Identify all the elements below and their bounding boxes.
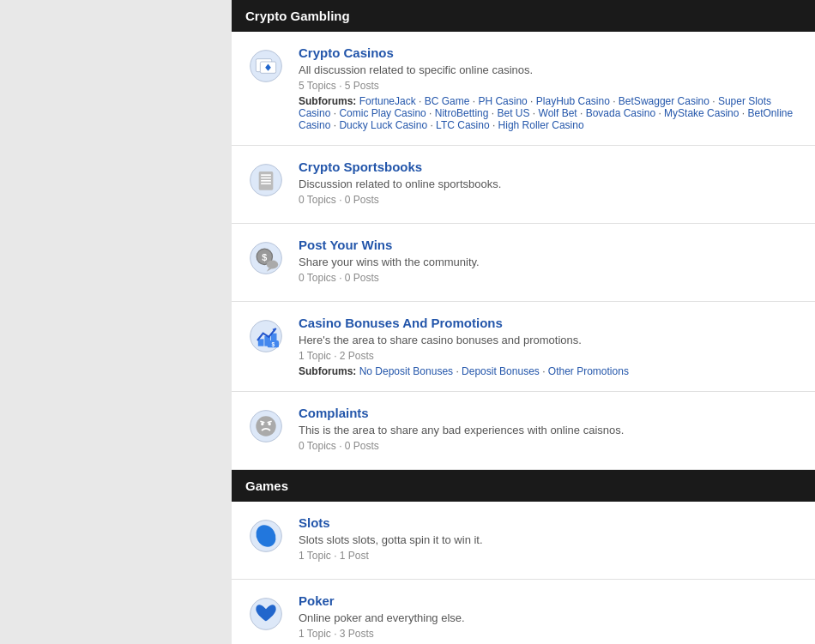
subforum-link-bc-game[interactable]: BC Game xyxy=(425,95,470,107)
forum-item-slots: SlotsSlots slots slots, gotta spin it to… xyxy=(232,502,815,580)
forum-title-casino-bonuses[interactable]: Casino Bonuses And Promotions xyxy=(299,316,801,330)
svg-rect-8 xyxy=(261,178,271,179)
section-header-crypto-gambling: Crypto Gambling xyxy=(232,0,815,32)
poker-icon xyxy=(245,593,287,635)
forum-subforums-crypto-casinos: Subforums: FortuneJack · BC Game · PH Ca… xyxy=(299,95,801,131)
subforum-link-ph-casino[interactable]: PH Casino xyxy=(478,95,527,107)
forum-desc-crypto-casinos: All discussion related to specific onlin… xyxy=(299,63,801,76)
subforum-link-nitrobetting[interactable]: NitroBetting xyxy=(435,107,489,119)
svg-text:$: $ xyxy=(271,341,275,348)
subforum-link-ducky-luck-casino[interactable]: Ducky Luck Casino xyxy=(339,119,427,131)
complaints-icon xyxy=(245,406,287,447)
forum-item-complaints: ComplaintsThis is the area to share any … xyxy=(232,392,815,470)
forum-title-slots[interactable]: Slots xyxy=(299,515,801,530)
subforum-link-playhub-casino[interactable]: PlayHub Casino xyxy=(536,95,610,107)
forum-info-post-your-wins: Post Your WinsShare your wins with the c… xyxy=(299,238,801,287)
forum-title-complaints[interactable]: Complaints xyxy=(299,406,801,420)
forum-stats-post-your-wins: 0 Topics · 0 Posts xyxy=(299,272,801,284)
forum-info-complaints: ComplaintsThis is the area to share any … xyxy=(299,406,801,455)
subforum-link-high-roller-casino[interactable]: High Roller Casino xyxy=(498,119,584,131)
forum-item-casino-bonuses: $Casino Bonuses And PromotionsHere's the… xyxy=(232,302,815,392)
slots-icon xyxy=(245,515,287,557)
page-wrapper: Crypto GamblingCrypto CasinosAll discuss… xyxy=(0,0,815,644)
forum-desc-complaints: This is the area to share any bad experi… xyxy=(299,424,801,436)
subforum-link-betswagger-casino[interactable]: BetSwagger Casino xyxy=(619,95,709,107)
forum-subforums-casino-bonuses: Subforums: No Deposit Bonuses · Deposit … xyxy=(299,365,801,377)
subforum-link-mystake-casino[interactable]: MyStake Casino xyxy=(664,107,739,119)
subforum-link-bet-us[interactable]: Bet US xyxy=(497,107,529,119)
forum-info-crypto-casinos: Crypto CasinosAll discussion related to … xyxy=(299,45,801,131)
forum-item-post-your-wins: $Post Your WinsShare your wins with the … xyxy=(232,224,815,302)
bonuses-icon: $ xyxy=(245,316,287,357)
subforum-link-no-deposit-bonuses[interactable]: No Deposit Bonuses xyxy=(359,365,453,377)
forum-stats-casino-bonuses: 1 Topic · 2 Posts xyxy=(299,350,801,362)
forum-info-crypto-sportsbooks: Crypto SportsbooksDiscussion related to … xyxy=(299,159,801,209)
forum-title-crypto-sportsbooks[interactable]: Crypto Sportsbooks xyxy=(299,159,801,174)
subforum-link-fortunejack[interactable]: FortuneJack xyxy=(359,95,416,107)
forum-stats-crypto-casinos: 5 Topics · 5 Posts xyxy=(299,80,801,92)
forum-desc-crypto-sportsbooks: Discussion related to online sportsbooks… xyxy=(299,178,801,190)
svg-point-14 xyxy=(267,261,278,269)
forum-item-poker: PokerOnline poker and everything else.1 … xyxy=(232,580,815,644)
forum-desc-casino-bonuses: Here's the area to share casino bonuses … xyxy=(299,334,801,346)
svg-rect-10 xyxy=(261,183,271,184)
subforum-link-deposit-bonuses[interactable]: Deposit Bonuses xyxy=(462,365,540,377)
svg-rect-17 xyxy=(258,339,264,346)
forum-title-post-your-wins[interactable]: Post Your Wins xyxy=(299,238,801,252)
forum-stats-slots: 1 Topic · 1 Post xyxy=(299,550,801,562)
wins-icon: $ xyxy=(245,238,287,279)
forum-stats-crypto-sportsbooks: 0 Topics · 0 Posts xyxy=(299,194,801,206)
main-content: Crypto GamblingCrypto CasinosAll discuss… xyxy=(232,0,815,644)
sportsbooks-icon xyxy=(245,159,287,201)
svg-rect-7 xyxy=(261,174,271,176)
forum-desc-post-your-wins: Share your wins with the community. xyxy=(299,256,801,268)
svg-point-24 xyxy=(256,416,275,436)
forum-stats-poker: 1 Topic · 3 Posts xyxy=(299,628,801,640)
forum-stats-complaints: 0 Topics · 0 Posts xyxy=(299,440,801,452)
forum-desc-poker: Online poker and everything else. xyxy=(299,611,801,624)
casinos-icon xyxy=(245,45,287,87)
svg-point-26 xyxy=(269,423,271,425)
forum-info-casino-bonuses: Casino Bonuses And PromotionsHere's the … xyxy=(299,316,801,377)
forum-item-crypto-sportsbooks: Crypto SportsbooksDiscussion related to … xyxy=(232,146,815,224)
forum-desc-slots: Slots slots slots, gotta spin it to win … xyxy=(299,533,801,546)
svg-rect-9 xyxy=(261,180,271,182)
forum-info-slots: SlotsSlots slots slots, gotta spin it to… xyxy=(299,515,801,565)
subforum-link-wolf-bet[interactable]: Wolf Bet xyxy=(539,107,577,119)
forum-info-poker: PokerOnline poker and everything else.1 … xyxy=(299,593,801,643)
sidebar xyxy=(0,0,232,644)
section-header-games: Games xyxy=(232,470,815,502)
svg-text:$: $ xyxy=(262,252,267,262)
subforum-link-other-promotions[interactable]: Other Promotions xyxy=(548,365,629,377)
forum-title-crypto-casinos[interactable]: Crypto Casinos xyxy=(299,45,801,60)
svg-point-25 xyxy=(261,423,263,425)
forum-item-crypto-casinos: Crypto CasinosAll discussion related to … xyxy=(232,32,815,146)
forum-title-poker[interactable]: Poker xyxy=(299,593,801,608)
subforum-link-ltc-casino[interactable]: LTC Casino xyxy=(436,119,489,131)
subforum-link-bovada-casino[interactable]: Bovada Casino xyxy=(586,107,655,119)
subforum-link-comic-play-casino[interactable]: Comic Play Casino xyxy=(339,107,426,119)
